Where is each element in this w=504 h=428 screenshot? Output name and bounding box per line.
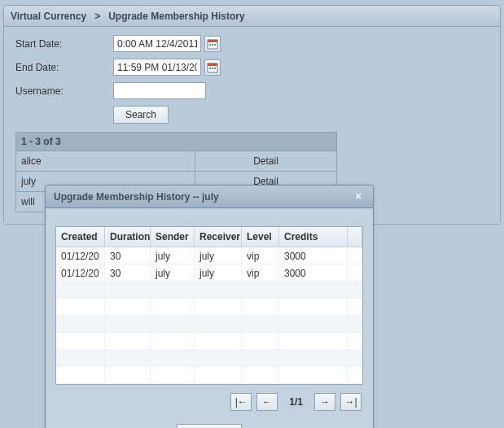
search-button[interactable]: Search (113, 106, 169, 124)
cell-level: vip (242, 264, 279, 282)
cell-duration: 30 (105, 247, 151, 264)
end-date-label: End Date: (15, 62, 113, 73)
breadcrumb-parent: Virtual Currency (11, 11, 86, 22)
cell-sender: july (151, 247, 195, 264)
col-receiver[interactable]: Receiver (195, 227, 242, 247)
breadcrumb-sep: > (94, 11, 100, 22)
cell-level: vip (242, 247, 279, 264)
svg-rect-8 (208, 63, 217, 66)
username-label: Username: (15, 85, 113, 97)
calendar-icon[interactable] (204, 59, 221, 76)
start-date-input[interactable] (113, 35, 201, 52)
close-button[interactable]: close (177, 424, 242, 428)
close-icon[interactable]: × (352, 190, 365, 203)
pager-prev-button[interactable]: ← (256, 393, 278, 411)
grid-row-empty (56, 316, 362, 333)
svg-rect-12 (212, 68, 213, 69)
start-date-row: Start Date: (15, 35, 489, 52)
svg-rect-4 (209, 44, 211, 46)
cell-duration: 30 (105, 264, 151, 282)
end-date-input[interactable] (113, 59, 201, 76)
grid-row-empty (56, 350, 362, 367)
col-level[interactable]: Level (242, 227, 279, 247)
table-row: alice Detail (16, 151, 336, 172)
cell-sender: july (151, 264, 195, 282)
start-date-label: Start Date: (15, 38, 113, 50)
col-created[interactable]: Created (56, 227, 105, 247)
dialog-header[interactable]: Upgrade Membership History -- july × (46, 186, 373, 208)
username-input[interactable] (113, 82, 206, 99)
cell-receiver: july (195, 247, 242, 264)
col-sender[interactable]: Sender (151, 227, 195, 247)
grid-row-empty (56, 333, 362, 350)
breadcrumb-current: Upgrade Membership History (108, 11, 244, 22)
search-row: Search (113, 106, 489, 124)
calendar-icon[interactable] (204, 36, 221, 52)
cell-created: 01/12/20 (56, 247, 105, 264)
grid-row: 01/12/20 30 july july vip 3000 (56, 264, 362, 282)
dialog-footer: close (46, 419, 373, 428)
grid-header: Created Duration Sender Receiver Level C… (56, 227, 362, 247)
grid-row-empty (56, 299, 362, 316)
cell-created: 01/12/20 (56, 264, 105, 282)
dialog-title: Upgrade Membership History -- july (54, 186, 219, 208)
results-summary: 1 - 3 of 3 (16, 133, 336, 151)
cell-credits: 3000 (279, 264, 348, 282)
dialog-body: Created Duration Sender Receiver Level C… (46, 208, 373, 419)
grid-row-empty (56, 367, 362, 384)
pager-first-button[interactable]: |← (230, 393, 252, 411)
username-row: Username: (15, 82, 489, 99)
svg-rect-5 (212, 44, 213, 46)
pager-last-button[interactable]: →| (340, 393, 362, 411)
breadcrumb: Virtual Currency > Upgrade Membership Hi… (4, 6, 500, 27)
detail-link[interactable]: Detail (195, 151, 336, 171)
cell-tail (348, 247, 362, 264)
svg-rect-13 (214, 68, 216, 69)
cell-receiver: july (195, 264, 242, 282)
cell-credits: 3000 (279, 247, 348, 264)
cell-tail (348, 264, 362, 282)
cell-username: alice (16, 151, 195, 171)
grid-row-empty (56, 282, 362, 299)
history-grid: Created Duration Sender Receiver Level C… (55, 226, 363, 385)
grid-row: 01/12/20 30 july july vip 3000 (56, 247, 362, 264)
col-credits[interactable]: Credits (279, 227, 348, 247)
col-tail (348, 227, 362, 247)
pager: |← ← 1/1 → →| (55, 393, 363, 411)
svg-rect-11 (209, 68, 211, 69)
svg-rect-6 (214, 44, 216, 46)
svg-rect-1 (208, 40, 217, 42)
pager-next-button[interactable]: → (314, 393, 335, 411)
pager-label: 1/1 (283, 396, 309, 408)
end-date-row: End Date: (15, 59, 489, 76)
history-dialog: Upgrade Membership History -- july × Cre… (45, 185, 374, 428)
col-duration[interactable]: Duration (105, 227, 151, 247)
